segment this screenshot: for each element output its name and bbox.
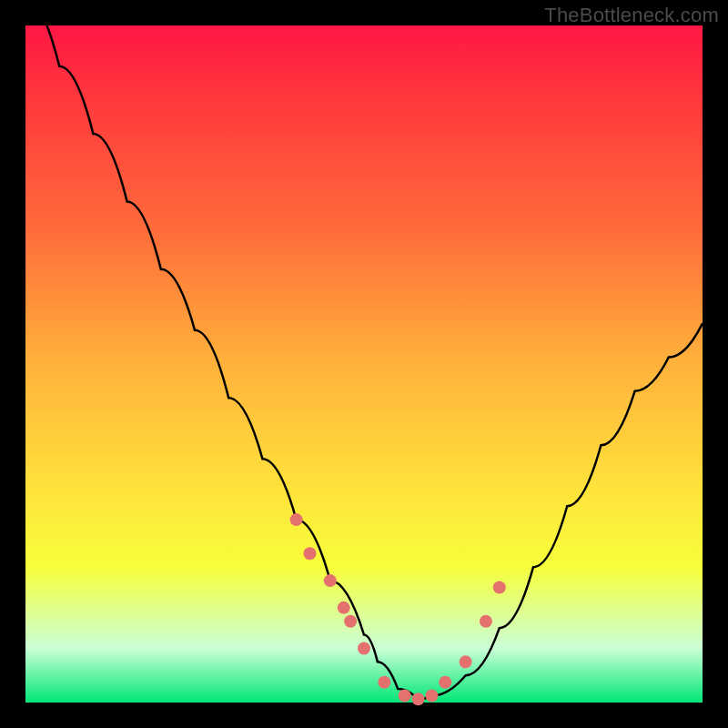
data-dot [378, 676, 390, 689]
data-dot [399, 690, 411, 703]
data-dot [480, 615, 492, 628]
curve-path [25, 0, 703, 699]
data-dot [324, 574, 337, 587]
data-dot [425, 690, 438, 703]
data-dot [344, 615, 357, 628]
watermark-text: TheBottleneck.com [544, 4, 719, 27]
data-dot [358, 642, 370, 654]
data-dots [290, 513, 506, 705]
chart-svg [25, 25, 703, 703]
plot-area [25, 25, 703, 703]
data-dot [412, 693, 425, 705]
data-dot [338, 602, 350, 614]
data-dot [460, 655, 472, 668]
data-dot [439, 676, 451, 689]
curve-line [25, 0, 703, 699]
data-dot [290, 513, 303, 526]
chart-frame: TheBottleneck.com [0, 0, 728, 728]
data-dot [493, 581, 506, 594]
data-dot [303, 547, 316, 560]
